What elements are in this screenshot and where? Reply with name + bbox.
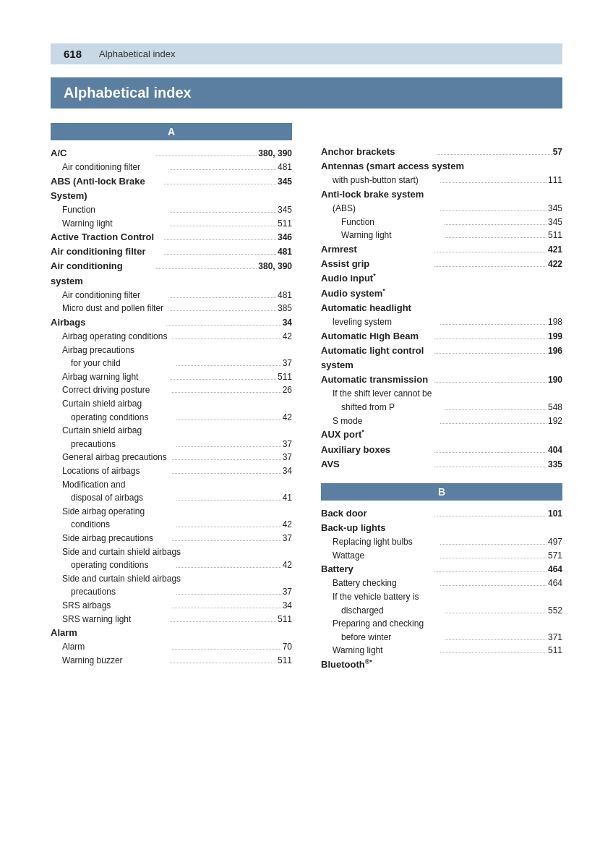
entry-airbag-warning: Airbag warning light 511 — [51, 370, 292, 384]
entry-side-airbag-1: Side airbag operating — [51, 505, 292, 519]
entry-auxiliary-boxes: Auxiliary boxes 404 — [321, 443, 562, 457]
entry-abs: ABS (Anti-lock Brake System) 345 — [51, 174, 292, 203]
entry-leveling: leveling system 198 — [321, 315, 562, 329]
entry-anti-lock-abs: (ABS) 345 — [321, 202, 562, 216]
entry-before-winter: before winter 371 — [321, 631, 562, 644]
col-left: A A/C 380, 390 Air conditioning filter 4… — [51, 123, 306, 678]
entry-aux-port: AUX port* — [321, 427, 562, 442]
letter-header-b: B — [321, 483, 562, 501]
entry-auto-high-beam: Automatic High Beam 199 — [321, 329, 562, 344]
entry-warning-buzzer: Warning buzzer 511 — [51, 654, 292, 668]
entry-disposal: disposal of airbags 41 — [51, 491, 292, 505]
entry-preparing: Preparing and checking — [321, 617, 562, 631]
entry-curtain-operating: operating conditions 42 — [51, 411, 292, 425]
entry-side-curtain-operating: operating conditions 42 — [51, 558, 292, 572]
page-number: 618 — [64, 48, 82, 60]
entry-airbag-precautions: Airbag precautions — [51, 344, 292, 357]
entry-audio-input: Audio input* — [321, 271, 562, 286]
entry-airbag-operating: Airbag operating conditions 42 — [51, 330, 292, 344]
entry-abs-function: Function 345 — [51, 203, 292, 217]
entry-s-mode: S mode 192 — [321, 414, 562, 428]
entry-alarm-sub: Alarm 70 — [51, 640, 292, 654]
entry-assist-grip: Assist grip 422 — [321, 257, 562, 271]
section-title-bar: Alphabetical index — [51, 77, 562, 109]
entry-srs-warning: SRS warning light 511 — [51, 613, 292, 626]
entry-correct-driving: Correct driving posture 26 — [51, 383, 292, 397]
entry-side-conditions: conditions 42 — [51, 518, 292, 532]
entry-anti-lock: Anti-lock brake system — [321, 187, 562, 202]
entry-discharged: discharged 552 — [321, 604, 562, 618]
entry-side-precautions: Side airbag precautions 37 — [51, 532, 292, 545]
entry-modification: Modification and — [51, 478, 292, 492]
entry-avs: AVS 335 — [321, 457, 562, 472]
entry-armrest: Armrest 421 — [321, 242, 562, 257]
entry-airbags: Airbags 34 — [51, 315, 292, 330]
entry-locations-airbags: Locations of airbags 34 — [51, 464, 292, 478]
entry-micro-dust: Micro dust and pollen filter 385 — [51, 302, 292, 315]
entry-general-precautions: General airbag precautions 37 — [51, 451, 292, 464]
entry-auto-headlight: Automatic headlight — [321, 301, 562, 315]
entry-replacing-bulbs: Replacing light bulbs 497 — [321, 535, 562, 549]
entry-srs-airbags: SRS airbags 34 — [51, 599, 292, 613]
col-right: Anchor brackets 57 Antennas (smart acces… — [306, 123, 562, 684]
page-header: 618 Alphabetical index — [51, 43, 562, 64]
entry-air-cond-filter-sub: Air conditioning filter 481 — [51, 289, 292, 302]
index-section-b: Back door 101 Back-up lights Replacing l… — [321, 506, 562, 673]
entry-shift-lever: If the shift lever cannot be — [321, 387, 562, 401]
page-header-title: Alphabetical index — [99, 48, 176, 59]
entry-auto-light-control: Automatic light control system 196 — [321, 344, 562, 373]
entry-antennas-sub: with push-button start) 111 — [321, 174, 562, 187]
index-section-a-right: Anchor brackets 57 Antennas (smart acces… — [321, 145, 562, 472]
entry-abs-warning: Warning light 511 — [51, 217, 292, 231]
index-section-a-left: A/C 380, 390 Air conditioning filter 481… — [51, 146, 292, 667]
entry-side-curtain-precautions: precautions 37 — [51, 585, 292, 599]
entry-shifted-p: shifted from P 548 — [321, 401, 562, 414]
entry-anchor: Anchor brackets 57 — [321, 145, 562, 159]
entry-airbag-child: for your child 37 — [51, 357, 292, 370]
entry-active-traction: Active Traction Control 346 — [51, 230, 292, 244]
entry-air-cond-system: Air conditioning system 380, 390 — [51, 259, 292, 288]
entry-side-curtain-2: Side and curtain shield airbags — [51, 572, 292, 586]
entry-anti-lock-function: Function 345 — [321, 216, 562, 229]
section-title: Alphabetical index — [64, 85, 549, 101]
entry-auto-transmission: Automatic transmission 190 — [321, 373, 562, 387]
entry-back-door: Back door 101 — [321, 506, 562, 521]
entry-anti-lock-warning: Warning light 511 — [321, 229, 562, 242]
entry-audio-system: Audio system* — [321, 286, 562, 301]
entry-battery-warning: Warning light 511 — [321, 644, 562, 658]
entry-curtain-precautions: precautions 37 — [51, 438, 292, 451]
entry-curtain-airbag-2: Curtain shield airbag — [51, 424, 292, 438]
entry-antennas: Antennas (smart access system — [321, 159, 562, 174]
entry-air-cond-filter-main: Air conditioning filter 481 — [51, 244, 292, 259]
letter-header-a-left: A — [51, 123, 292, 140]
page-wrapper: 618 Alphabetical index Alphabetical inde… — [0, 0, 613, 727]
entry-air-cond-filter-1: Air conditioning filter 481 — [51, 161, 292, 174]
entry-battery: Battery 464 — [321, 562, 562, 576]
entry-vehicle-battery: If the vehicle battery is — [321, 590, 562, 604]
entry-alarm: Alarm — [51, 626, 292, 640]
entry-battery-checking: Battery checking 464 — [321, 576, 562, 590]
index-columns: A A/C 380, 390 Air conditioning filter 4… — [51, 123, 562, 684]
entry-bluetooth: Bluetooth®* — [321, 658, 562, 672]
entry-backup-lights: Back-up lights — [321, 521, 562, 535]
entry-curtain-airbag-1: Curtain shield airbag — [51, 397, 292, 411]
entry-side-curtain-1: Side and curtain shield airbags — [51, 545, 292, 559]
entry-wattage: Wattage 571 — [321, 549, 562, 563]
entry-ac: A/C 380, 390 — [51, 146, 292, 161]
